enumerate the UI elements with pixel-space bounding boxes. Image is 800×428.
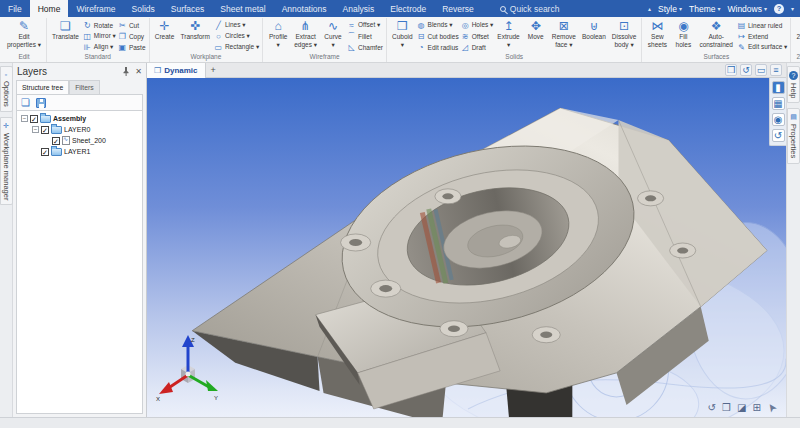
tree-item-layer0[interactable]: −✓LAYER0 [17,124,142,135]
paste-button[interactable]: ▣Paste [118,42,146,52]
2d-drawing-manager-button[interactable]: ❏2D Drawingmanager [794,18,800,49]
blends-button[interactable]: ◍Blends ▾ [417,20,459,30]
cut-button[interactable]: ✂Cut [118,20,146,30]
panel-tab-filters[interactable]: Filters [69,80,100,94]
tab-sheet-metal[interactable]: Sheet metal [212,0,273,17]
ribbon: ✎Editproperties ▾Edit❏Translate↻Rotate◫M… [0,17,800,63]
extrude-button[interactable]: ↥Extrude▾ [495,18,521,49]
tab-surfaces[interactable]: Surfaces [163,0,213,17]
edit-surface-button[interactable]: ✎Edit surface ▾ [737,42,787,52]
tab-solids[interactable]: Solids [124,0,163,17]
ribbon-collapse-icon[interactable]: ▴ [648,5,651,12]
translate-button[interactable]: ❏Translate [50,18,81,42]
boolean-button[interactable]: ⊎Boolean [580,18,608,42]
pin-icon[interactable] [122,67,130,76]
sew-sheets-button[interactable]: ⋈Sewsheets [645,18,669,49]
edit-properties-button[interactable]: ✎Editproperties ▾ [5,18,43,49]
view-spin-icon[interactable]: ↺ [772,129,785,142]
checkbox-icon[interactable]: ✓ [41,126,49,134]
orbit-icon[interactable]: ↺ [740,64,752,76]
layers-stack-icon[interactable]: ❏ [21,98,30,108]
new-tab-button[interactable]: + [206,65,221,75]
offset-wireframe-icon: ≈ [347,21,356,30]
properties-tab[interactable]: ▤Properties [787,108,800,163]
tree-item-sheet-200[interactable]: ✓Sheet_200 [17,135,142,146]
edit-radius-button[interactable]: ◔Edit radius [417,42,459,52]
chamfer-button[interactable]: ◺Chamfer [347,42,383,52]
cad-model[interactable] [147,78,786,417]
tab-home[interactable]: Home [30,0,69,17]
tab-file[interactable]: File [0,0,30,17]
panel-tab-structure-tree[interactable]: Structure tree [16,80,69,94]
tab-analysis[interactable]: Analysis [335,0,383,17]
cut-bodies-button[interactable]: ⊟Cut bodies [417,31,459,41]
grid-snap-icon[interactable]: ▦ [772,97,785,110]
save-layers-icon[interactable] [36,98,46,108]
document-tab-dynamic[interactable]: ❒ Dynamic [147,63,206,78]
profile-button[interactable]: ⌂Profile▾ [266,18,290,49]
linear-ruled-button[interactable]: ▤Linear ruled [737,20,787,30]
titlebar-menu-theme[interactable]: Theme▾ [689,4,720,14]
remove-face-button[interactable]: ⊠Removeface ▾ [550,18,578,49]
tile-windows-icon[interactable]: ⊞ [752,402,760,414]
tab-annotations[interactable]: Annotations [274,0,335,17]
menu-icon[interactable]: ≡ [770,64,782,76]
expander-icon[interactable]: − [21,115,28,122]
checkbox-icon[interactable]: ✓ [30,115,38,123]
profile-icon: ⌂ [275,19,282,33]
help-icon[interactable]: ? [774,4,784,14]
fill-holes-button[interactable]: ◉Fillholes [671,18,695,49]
view-orientation-icon[interactable]: ◉ [772,113,785,126]
align-button[interactable]: ⊪Align ▾ [83,42,116,52]
workplane-manager-tab[interactable]: ✛Workplane manager [0,117,13,205]
holes-button[interactable]: ◎Holes ▾ [461,20,494,30]
transform-workplane-button[interactable]: ✜Transform [179,18,212,42]
curve-button[interactable]: ∿Curve▾ [321,18,345,49]
status-bar [0,417,800,427]
options-tab[interactable]: ▫Options [0,66,13,112]
ribbon-group-solids: ❒Cuboid▾◍Blends ▾⊟Cut bodies◔Edit radius… [387,18,642,62]
expander-icon[interactable]: − [32,126,39,133]
tree-item-assembly[interactable]: −✓Assembly [17,113,142,124]
extend-button[interactable]: ↦Extend [737,31,787,41]
checkbox-icon[interactable]: ✓ [41,148,49,156]
align-icon: ⊪ [83,43,92,52]
move-button[interactable]: ✥Move [524,18,548,42]
offset-wireframe-button[interactable]: ≈Offset ▾ [347,20,383,30]
help-tab[interactable]: ?Help [787,66,800,103]
tab-reverse[interactable]: Reverse [434,0,482,17]
dissolve-body-button[interactable]: ⊡Dissolvebody ▾ [610,18,639,49]
levels-icon[interactable]: ▮ [772,81,785,94]
orbit-mode-icon[interactable]: ↺ [708,402,716,414]
tree-item-label: LAYER0 [64,126,90,133]
tab-electrode[interactable]: Electrode [382,0,434,17]
copy-button[interactable]: ❐Copy [118,31,146,41]
mirror-button[interactable]: ◫Mirror ▾ [83,31,116,41]
view-cube-icon[interactable]: ❒ [725,64,737,76]
create-workplane-button[interactable]: ✛Create [153,18,177,42]
quick-search[interactable]: Quick search [500,0,560,17]
viewport-3d[interactable]: Z X Y ▮▦◉↺ ↺❒◪⊞➤ [147,78,786,417]
shaded-view-icon[interactable]: ◪ [737,402,746,414]
extract-edges-button[interactable]: ⋔Extractedges ▾ [292,18,319,49]
fillet-button[interactable]: ⌒Fillet [347,31,383,41]
iso-view-icon[interactable]: ❒ [722,402,731,414]
draft-button[interactable]: ◿Draft [461,42,494,52]
create-workplane-icon: ✛ [159,19,169,33]
auto-constrained-button[interactable]: ❖Auto-constrained [697,18,735,49]
rotate-button[interactable]: ↻Rotate [83,20,116,30]
checkbox-icon[interactable]: ✓ [52,137,60,145]
tree-item-layer1[interactable]: ✓LAYER1 [17,146,142,157]
linear-ruled-icon: ▤ [737,21,746,30]
offset-solid-button[interactable]: ≋Offset [461,31,494,41]
rectangle-button[interactable]: ▭Rectangle ▾ [214,42,259,52]
close-panel-icon[interactable]: ✕ [135,68,142,76]
circles-button[interactable]: ○Circles ▾ [214,31,259,41]
titlebar-menu-style[interactable]: Style▾ [658,4,682,14]
titlebar-menu-windows[interactable]: Windows▾ [727,4,767,14]
cuboid-button[interactable]: ❒Cuboid▾ [390,18,415,49]
tab-wireframe[interactable]: Wireframe [68,0,123,17]
model-tab-icon: ❒ [154,66,161,75]
window-icon[interactable]: ▭ [755,64,767,76]
lines-button[interactable]: ╱Lines ▾ [214,20,259,30]
